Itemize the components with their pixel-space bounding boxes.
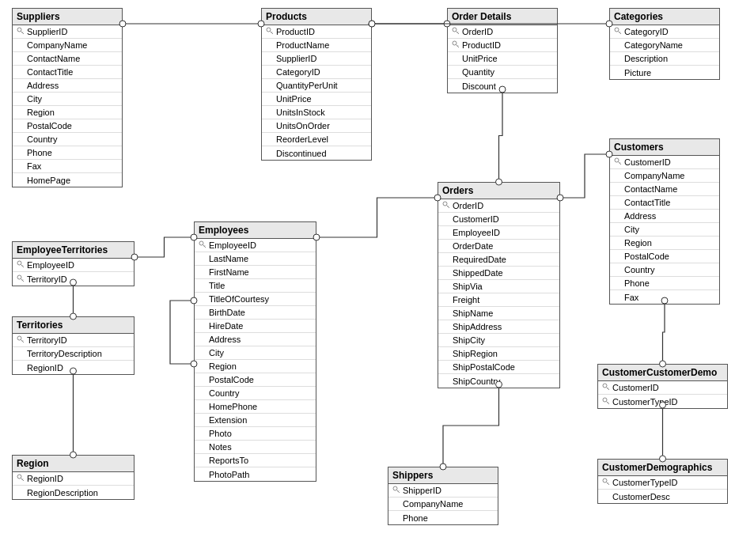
table-row: Notes [195, 441, 316, 454]
table-title-region: Region [13, 456, 134, 472]
table-row: PhotoPath [195, 467, 316, 481]
table-row: ShipperID [388, 484, 498, 498]
table-row: ShippedDate [438, 267, 559, 280]
field-name: ShipperID [403, 486, 441, 495]
table-row: ShipPostalCode [438, 361, 559, 374]
table-title-employees: Employees [195, 222, 316, 239]
table-row: ContactName [610, 183, 719, 196]
table-row: BirthDate [195, 306, 316, 320]
table-row: ShipRegion [438, 347, 559, 361]
table-row: Region [610, 236, 719, 250]
field-name: Extension [209, 415, 247, 425]
svg-line-29 [22, 479, 23, 480]
table-row: OrderDate [438, 240, 559, 253]
table-row: Title [195, 279, 316, 293]
table-orderdetails: Order DetailsOrderIDProductIDUnitPriceQu… [447, 8, 558, 93]
table-row: TerritoryID [13, 272, 134, 286]
table-row: Photo [195, 427, 316, 441]
table-row: Address [610, 210, 719, 223]
field-name: ShipCountry [453, 376, 501, 386]
table-row: Phone [388, 511, 498, 524]
field-name: QuantityPerUnit [276, 81, 338, 90]
svg-point-21 [17, 275, 21, 279]
table-suppliers: SuppliersSupplierIDCompanyNameContactNam… [12, 8, 123, 187]
table-row: ShipCountry [438, 374, 559, 388]
field-name: HireDate [209, 321, 243, 331]
field-name: OrderDate [453, 241, 493, 251]
pk-icon [602, 397, 610, 407]
pk-icon [17, 260, 25, 270]
svg-line-35 [398, 491, 399, 492]
table-row: ShipAddress [438, 320, 559, 334]
field-name: UnitPrice [276, 94, 312, 104]
table-row: CustomerTypeID [598, 395, 727, 408]
table-row: Address [195, 333, 316, 346]
field-name: Photo [209, 429, 232, 438]
field-name: PhotoPath [209, 470, 249, 479]
field-name: Description [624, 54, 668, 63]
field-name: OrderID [453, 201, 483, 210]
svg-point-36 [615, 158, 619, 162]
table-title-orderdetails: Order Details [448, 9, 557, 25]
field-name: Address [209, 335, 241, 344]
field-name: ProductName [276, 40, 329, 50]
table-row: TerritoryDescription [13, 347, 134, 361]
table-row: Phone [13, 146, 122, 160]
svg-point-39 [603, 384, 607, 388]
field-name: Region [209, 361, 237, 371]
svg-point-3 [267, 28, 271, 32]
table-row: ContactTitle [610, 196, 719, 210]
field-name: RegionID [27, 363, 63, 373]
svg-point-15 [199, 241, 203, 245]
field-name: TerritoryID [27, 274, 67, 284]
field-name: CustomerTypeID [612, 397, 678, 407]
table-row: CustomerTypeID [598, 476, 727, 490]
pk-icon [17, 27, 25, 36]
table-row: CompanyName [13, 39, 122, 52]
field-name: FirstName [209, 267, 249, 277]
table-row: SupplierID [262, 52, 371, 66]
table-row: CategoryName [610, 39, 719, 52]
field-name: ProductID [462, 40, 501, 50]
field-name: TitleOfCourtesy [209, 294, 269, 304]
field-name: Fax [27, 161, 41, 171]
pk-icon [602, 383, 610, 392]
field-name: ShipAddress [453, 322, 502, 331]
field-name: CategoryID [624, 27, 669, 36]
table-row: ProductName [262, 39, 371, 52]
svg-line-5 [271, 32, 272, 33]
table-row: EmployeeID [13, 259, 134, 272]
table-row: CompanyName [610, 169, 719, 183]
field-name: LastName [209, 254, 248, 263]
table-row: Freight [438, 293, 559, 307]
field-name: PostalCode [27, 121, 72, 131]
table-row: Region [13, 106, 122, 119]
pk-icon [17, 274, 25, 284]
svg-line-44 [608, 402, 608, 403]
field-name: ReorderLevel [276, 134, 328, 144]
table-row: TerritoryID [13, 334, 134, 347]
field-name: ProductID [276, 27, 315, 36]
erd-canvas: SuppliersSupplierIDCompanyNameContactNam… [0, 0, 754, 560]
table-orders: OrdersOrderIDCustomerIDEmployeeIDOrderDa… [438, 182, 560, 388]
table-title-customers: Customers [610, 139, 719, 156]
svg-line-17 [204, 246, 205, 247]
table-title-customerdemographics: CustomerDemographics [598, 460, 727, 476]
svg-point-30 [443, 202, 447, 206]
field-name: CustomerID [612, 383, 659, 392]
table-title-territories: Territories [13, 317, 134, 334]
pk-icon [452, 27, 460, 36]
svg-line-38 [619, 163, 620, 164]
table-row: ReportsTo [195, 454, 316, 467]
table-row: ContactName [13, 52, 122, 66]
field-name: ContactTitle [624, 198, 670, 207]
table-row: Fax [610, 290, 719, 304]
field-name: CategoryID [276, 67, 320, 77]
table-row: ShipCity [438, 334, 559, 347]
field-name: Address [624, 211, 656, 221]
table-row: UnitPrice [448, 52, 557, 66]
table-row: Region [195, 360, 316, 373]
table-row: OrderID [448, 25, 557, 39]
field-name: ContactName [27, 54, 80, 63]
svg-point-0 [17, 28, 21, 32]
